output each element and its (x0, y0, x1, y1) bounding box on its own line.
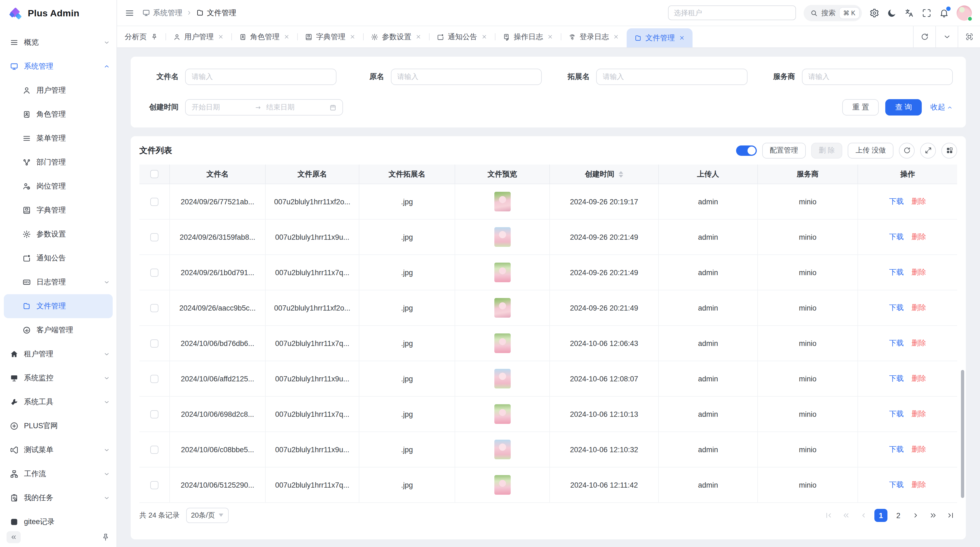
download-link[interactable]: 下载 (889, 232, 904, 242)
config-manage-button[interactable]: 配置管理 (762, 142, 806, 158)
tab-more-button[interactable] (935, 26, 958, 48)
close-icon[interactable] (679, 35, 685, 41)
row-checkbox[interactable] (150, 445, 158, 454)
first-page-button[interactable] (822, 509, 835, 522)
query-button[interactable]: 查 询 (885, 99, 922, 115)
sidebar-item-client[interactable]: 客户端管理 (0, 318, 116, 342)
close-icon[interactable] (415, 34, 421, 40)
tab-loginlog[interactable]: 登录日志 (560, 26, 626, 48)
download-link[interactable]: 下载 (889, 445, 904, 455)
date-range-input[interactable]: 开始日期 结束日期 (185, 99, 343, 115)
menu-toggle-icon[interactable] (125, 8, 134, 18)
sidebar-item-role[interactable]: 角色管理 (0, 102, 116, 126)
download-link[interactable]: 下载 (889, 268, 904, 277)
sidebar-item-sysmon[interactable]: 系统监控 (0, 366, 116, 390)
pin-icon[interactable] (151, 33, 158, 40)
file-preview-thumbnail[interactable] (494, 333, 511, 353)
delete-link[interactable]: 删除 (912, 338, 926, 348)
table-vertical-scrollbar[interactable] (961, 370, 964, 498)
delete-link[interactable]: 删除 (912, 374, 926, 384)
sidebar-item-test-menu[interactable]: 测试菜单 (0, 438, 116, 462)
extname-input[interactable]: 请输入 (596, 69, 747, 85)
fullscreen-icon[interactable] (922, 8, 932, 18)
start-date-input[interactable]: 开始日期 (192, 102, 250, 112)
sidebar-item-log[interactable]: DEV日志管理 (0, 270, 116, 294)
select-all-checkbox[interactable] (150, 170, 158, 178)
sidebar-item-workflow[interactable]: 工作流 (0, 462, 116, 486)
table-refresh-button[interactable] (899, 142, 915, 158)
prev-jump-button[interactable] (840, 509, 853, 522)
sidebar-item-user[interactable]: 用户管理 (0, 78, 116, 102)
end-date-input[interactable]: 结束日期 (266, 102, 325, 112)
search-toggle-switch[interactable] (736, 145, 757, 156)
collapse-filter-link[interactable]: 收起 (931, 102, 953, 112)
delete-link[interactable]: 删除 (912, 409, 926, 419)
logo[interactable]: Plus Admin (0, 0, 116, 27)
close-icon[interactable] (349, 34, 355, 40)
tab-fullscreen-button[interactable] (958, 26, 980, 48)
page-button-2[interactable]: 2 (892, 509, 905, 522)
filename-input[interactable]: 请输入 (185, 69, 336, 85)
row-checkbox[interactable] (150, 410, 158, 418)
file-preview-thumbnail[interactable] (494, 404, 511, 424)
provider-input[interactable]: 请输入 (802, 69, 953, 85)
download-link[interactable]: 下载 (889, 409, 904, 419)
upload-button[interactable]: 上传 没做 (848, 142, 893, 158)
sidebar-item-tenant[interactable]: 租户管理 (0, 342, 116, 366)
sidebar-item-gitee[interactable]: gitee记录 (0, 510, 116, 527)
table-columns-button[interactable] (941, 142, 957, 158)
delete-link[interactable]: 删除 (912, 197, 926, 206)
tab-param[interactable]: 参数设置 (363, 26, 429, 48)
close-icon[interactable] (481, 34, 487, 40)
close-icon[interactable] (547, 34, 553, 40)
sidebar-item-notice[interactable]: 通知公告 (0, 246, 116, 270)
close-icon[interactable] (218, 34, 223, 40)
delete-button[interactable]: 删 除 (811, 142, 843, 158)
row-checkbox[interactable] (150, 481, 158, 489)
row-checkbox[interactable] (150, 233, 158, 241)
next-jump-button[interactable] (927, 509, 940, 522)
row-checkbox[interactable] (150, 375, 158, 383)
tab-notice[interactable]: 通知公告 (429, 26, 495, 48)
file-preview-thumbnail[interactable] (494, 298, 511, 317)
breadcrumb-item-file[interactable]: 文件管理 (196, 8, 236, 18)
last-page-button[interactable] (944, 509, 957, 522)
page-button-1[interactable]: 1 (874, 509, 888, 522)
file-preview-thumbnail[interactable] (494, 440, 511, 459)
sidebar-item-dept[interactable]: 部门管理 (0, 150, 116, 174)
download-link[interactable]: 下载 (889, 338, 904, 348)
sidebar-item-param[interactable]: 参数设置 (0, 222, 116, 246)
row-checkbox[interactable] (150, 304, 158, 312)
tab-refresh-button[interactable] (913, 26, 935, 48)
file-preview-thumbnail[interactable] (494, 475, 511, 495)
sidebar-item-menu[interactable]: 菜单管理 (0, 126, 116, 150)
dark-mode-moon-icon[interactable] (887, 8, 897, 18)
tenant-select-input[interactable]: 选择租户 (668, 5, 796, 20)
sidebar-pin-icon[interactable] (101, 533, 110, 542)
breadcrumb-item-system[interactable]: 系统管理 (142, 8, 182, 18)
row-checkbox[interactable] (150, 268, 158, 276)
tab-dict[interactable]: 字典管理 (297, 26, 363, 48)
sort-icon[interactable] (618, 171, 623, 177)
column-header[interactable]: 创建时间 (550, 164, 659, 183)
tab-user[interactable]: 用户管理 (165, 26, 231, 48)
download-link[interactable]: 下载 (889, 303, 904, 313)
delete-link[interactable]: 删除 (912, 445, 926, 455)
delete-link[interactable]: 删除 (912, 268, 926, 277)
delete-link[interactable]: 删除 (912, 303, 926, 313)
table-expand-button[interactable] (920, 142, 936, 158)
file-preview-thumbnail[interactable] (494, 227, 511, 247)
sidebar-item-plus-site[interactable]: PLUS官网 (0, 414, 116, 438)
delete-link[interactable]: 删除 (912, 480, 926, 490)
row-checkbox[interactable] (150, 339, 158, 347)
sidebar-collapse-button[interactable] (6, 531, 21, 543)
download-link[interactable]: 下载 (889, 480, 904, 490)
file-preview-thumbnail[interactable] (494, 192, 511, 211)
reset-button[interactable]: 重 置 (843, 99, 879, 115)
tab-role[interactable]: 角色管理 (231, 26, 297, 48)
sidebar-item-file[interactable]: 文件管理 (4, 294, 113, 318)
sidebar-item-systool[interactable]: 系统工具 (0, 390, 116, 414)
tab-analysis[interactable]: 分析页 (117, 26, 165, 48)
download-link[interactable]: 下载 (889, 374, 904, 384)
page-size-select[interactable]: 20条/页 (186, 508, 228, 523)
